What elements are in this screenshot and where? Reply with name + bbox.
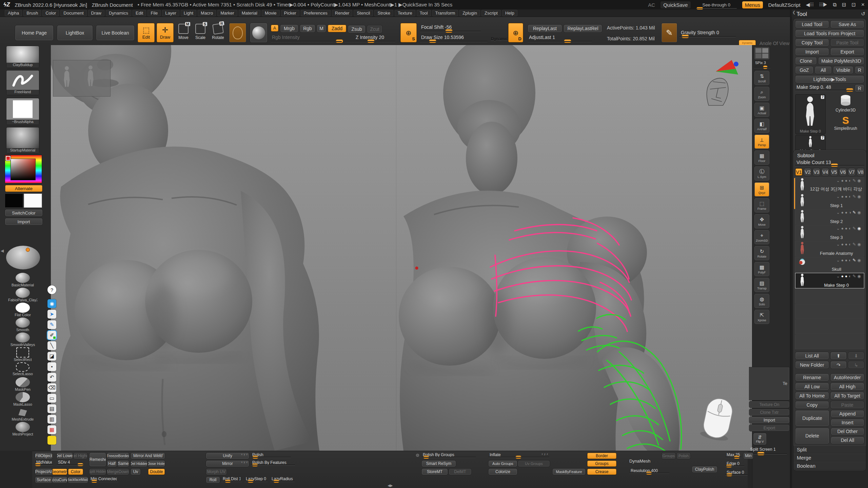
open-left-tray-icon[interactable]: ◀ [1, 248, 4, 253]
menu-macro[interactable]: Macro [198, 10, 216, 16]
current-material-thumb-button[interactable]: StartupMaterial [6, 127, 39, 154]
load-tool-button[interactable]: Load Tool [795, 20, 829, 28]
subtool-tab-v6[interactable]: V6 [839, 168, 847, 176]
import-color-button[interactable]: Import [5, 218, 43, 225]
zadd-button[interactable]: Zadd [328, 24, 347, 33]
slider-knob[interactable] [763, 66, 767, 69]
inflate-slider[interactable]: Inflatex y z [488, 452, 549, 459]
menu-alpha[interactable]: Alpha [5, 10, 22, 16]
default-zscript-button[interactable]: DefaultZScript [768, 2, 801, 8]
unify-button[interactable]: Unifyx y z [206, 452, 249, 459]
paste-tool-button[interactable]: Paste Tool [830, 39, 864, 46]
color-picker[interactable] [5, 155, 42, 183]
slider-knob[interactable] [225, 480, 231, 483]
slider-knob[interactable] [429, 40, 436, 43]
shelf-solo-button[interactable]: ◍Solo [754, 294, 769, 308]
lazy-step-slider[interactable]: LazyStep 0.1 [244, 476, 268, 483]
border-button[interactable]: Border [587, 452, 617, 459]
current-brush-button[interactable]: ClayBuildup [6, 46, 39, 68]
quicksave-button[interactable]: QuickSave [660, 1, 691, 8]
dynamic-size-icon-button[interactable]: ⊕D [508, 23, 524, 43]
sculptris-pro-button[interactable] [229, 23, 246, 43]
saturation-square[interactable] [11, 159, 36, 180]
slider-knob[interactable] [423, 456, 429, 459]
simplebrush-tool-button[interactable]: S SimpleBrush [827, 115, 864, 134]
del-all-button[interactable]: Del All [831, 436, 864, 444]
z-intensity-slider[interactable]: Z Intensity 20 [344, 35, 395, 43]
copy-tool-button[interactable]: Copy Tool [795, 39, 829, 46]
annot-screenshot-button[interactable]: ▭ [47, 394, 56, 403]
menu-edit[interactable]: Edit [133, 10, 146, 16]
all-to-target-button[interactable]: All To Target [830, 392, 864, 400]
annot-yellow-swatch[interactable] [47, 436, 56, 445]
shelf-move-button[interactable]: ✥Move [754, 214, 769, 228]
polish-by-groups-slider[interactable]: Polish By Groups [421, 452, 476, 459]
draw-mode-button[interactable]: ✛ Draw [156, 23, 174, 43]
slider-knob[interactable] [248, 480, 253, 483]
annot-pen-button[interactable]: ✎ [47, 320, 56, 329]
subtool-row-4[interactable]: ⌄●●◐✎◉ Step 3 [795, 225, 864, 241]
menu-dynamics[interactable]: Dynamics [106, 10, 131, 16]
autoreorder-button[interactable]: AutoReorder [830, 373, 864, 381]
split-screen-slider[interactable]: Split Screen 1 [749, 447, 787, 455]
zsub-button[interactable]: Zsub [348, 25, 366, 33]
secondary-color-swatch[interactable] [24, 194, 42, 208]
del-mt-button[interactable]: DelMT [449, 468, 472, 475]
shelf-rotate-button[interactable]: ↻Rotate [754, 246, 769, 260]
shelf-qxyz-button[interactable]: ⊞Qxyz [754, 182, 769, 197]
insert-button[interactable]: Insert [831, 419, 864, 426]
goz-button[interactable]: GoZ [795, 66, 813, 74]
menu-stencil[interactable]: Stencil [354, 10, 373, 16]
import-button[interactable]: Import [795, 48, 829, 56]
dynamesh-polish-button[interactable]: Polish [676, 452, 691, 459]
slider-knob[interactable] [253, 456, 258, 459]
menu-marker[interactable]: Marker [217, 10, 237, 16]
mirror-and-weld-button[interactable]: Mirror And Weldx y z [131, 452, 165, 459]
surface-slider[interactable]: Surface 0 [725, 470, 748, 476]
auto-groups-button[interactable]: Auto Groups [488, 460, 517, 467]
split-hidden-button[interactable]: Split Hidden [89, 468, 106, 475]
min-button[interactable]: Min [743, 452, 753, 459]
home-page-button[interactable]: Home Page [15, 25, 54, 41]
live-boolean-button[interactable]: Live Boolean [96, 25, 135, 41]
canvas-views-grid-icon[interactable] [754, 47, 769, 59]
current-alpha-button[interactable]: ~BrushAlpha [6, 98, 39, 125]
subtool-tab-v3[interactable]: V3 [813, 168, 820, 176]
all-high-button[interactable]: All High [830, 383, 864, 390]
rotate-mode-button[interactable]: R Rotate [210, 24, 226, 40]
roll-dist-slider[interactable]: Roll Dist 1 [221, 476, 242, 483]
list-all-button[interactable]: List All [795, 352, 829, 360]
brush-smooth[interactable]: Smooth [8, 318, 37, 332]
lightbox-button[interactable]: LightBox [57, 25, 93, 41]
menu-stroke[interactable]: Stroke [374, 10, 393, 16]
subtool-empty-row[interactable] [795, 304, 864, 319]
alpha-tab[interactable]: A [271, 24, 279, 32]
brush-meshextrude[interactable]: MeshExtrude [8, 407, 37, 421]
menu-light[interactable]: Light [181, 10, 196, 16]
menu-zscript[interactable]: Zscript [481, 10, 501, 16]
uv-groups-button[interactable]: Uv Groups [518, 460, 550, 467]
paste-subtool-button[interactable]: Paste [830, 401, 864, 409]
material-flatcolor[interactable]: Flat Color [8, 303, 37, 317]
slider-knob[interactable] [368, 40, 374, 43]
surface-button[interactable]: Surface [35, 476, 53, 483]
current-tool-thumbnail[interactable]: 7 Make Step 0 [795, 94, 826, 134]
annot-help-button[interactable]: ? [47, 285, 56, 294]
lazy-radius-slider[interactable]: LazyRadius 1 [270, 476, 295, 483]
subtool-row-6[interactable]: ⌄●●◐✎◉ Skull [795, 257, 864, 273]
slider-knob[interactable] [757, 452, 764, 455]
annot-dot-button[interactable]: ● [47, 362, 56, 371]
slider-knob[interactable] [646, 472, 652, 474]
append-button[interactable]: Append [831, 410, 864, 418]
texture-on-button[interactable]: Texture On [749, 401, 790, 408]
slider-knob[interactable] [516, 456, 521, 459]
mergedown-button[interactable]: MergeDown [107, 468, 129, 475]
geometry-button[interactable]: Geometry [52, 468, 67, 475]
del-other-button[interactable]: Del Other [831, 428, 864, 435]
m-button[interactable]: M [317, 24, 326, 33]
slider-knob[interactable] [846, 88, 853, 92]
subtool-tab-v5[interactable]: V5 [830, 168, 838, 176]
del-higher-button[interactable]: Del Higher [73, 452, 87, 459]
subtool-up-button[interactable]: ⬆ [830, 352, 847, 360]
colorize-button[interactable]: Colorize [488, 468, 517, 475]
